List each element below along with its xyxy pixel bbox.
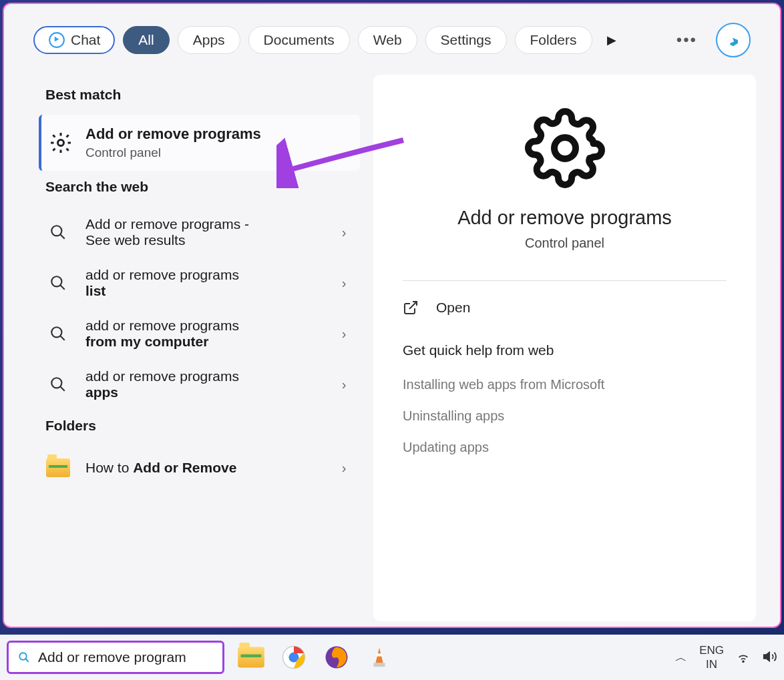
svg-point-4 [51, 276, 61, 286]
file-explorer-icon[interactable] [238, 644, 264, 671]
more-filters-arrow-icon[interactable]: ▶ [607, 33, 616, 47]
filter-folders[interactable]: Folders [515, 26, 592, 54]
svg-point-8 [51, 378, 61, 388]
detail-panel: Add or remove programs Control panel Ope… [373, 75, 756, 621]
divider [403, 280, 727, 281]
web-result[interactable]: add or remove programs apps › [39, 359, 360, 410]
best-match-subtitle: Control panel [85, 145, 261, 160]
search-icon [45, 220, 71, 245]
detail-title: Add or remove programs [457, 207, 672, 229]
chevron-right-icon: › [335, 225, 353, 240]
web-result[interactable]: Add or remove programs - See web results… [39, 207, 360, 258]
bing-button[interactable] [716, 23, 751, 57]
svg-line-3 [60, 234, 65, 239]
search-icon [18, 650, 30, 665]
svg-point-12 [19, 653, 27, 660]
filter-chat[interactable]: Chat [33, 26, 115, 54]
filter-bar: Chat All Apps Documents Web Settings Fol… [4, 4, 780, 69]
open-external-icon [403, 300, 419, 316]
web-result[interactable]: add or remove programs list › [39, 258, 360, 308]
volume-icon[interactable] [763, 649, 777, 666]
open-label: Open [436, 300, 470, 316]
wifi-icon[interactable] [736, 649, 751, 666]
search-icon [45, 270, 71, 296]
best-match-result[interactable]: Add or remove programs Control panel [39, 115, 360, 171]
firefox-icon[interactable] [323, 644, 350, 671]
gear-icon [48, 130, 73, 155]
svg-rect-17 [374, 663, 385, 667]
system-tray: ︿ ENG IN [675, 643, 777, 672]
filter-chat-label: Chat [71, 32, 100, 48]
bing-icon [724, 31, 743, 49]
tray-chevron-up-icon[interactable]: ︿ [675, 649, 687, 665]
svg-line-13 [25, 659, 29, 662]
bing-chat-icon [48, 31, 65, 49]
taskbar-search-box[interactable] [7, 641, 224, 674]
search-icon [45, 321, 71, 346]
chrome-icon[interactable] [280, 644, 307, 671]
detail-header: Add or remove programs Control panel [403, 108, 727, 251]
chevron-right-icon: › [335, 326, 353, 342]
detail-subtitle: Control panel [525, 236, 604, 251]
content-row: Best match Add or remove programs Contro… [4, 69, 780, 627]
filter-documents[interactable]: Documents [248, 26, 350, 54]
filter-apps[interactable]: Apps [178, 26, 240, 54]
help-link[interactable]: Uninstalling apps [403, 408, 727, 424]
taskbar-apps [238, 644, 393, 671]
best-match-title: Add or remove programs [85, 125, 261, 143]
svg-point-10 [554, 137, 576, 159]
section-folders: Folders [45, 418, 360, 434]
gear-icon [525, 108, 605, 191]
svg-line-9 [60, 386, 65, 391]
svg-point-19 [743, 661, 744, 662]
folder-icon [45, 455, 71, 480]
taskbar-search-input[interactable] [38, 649, 213, 665]
svg-rect-18 [377, 653, 383, 656]
best-match-text: Add or remove programs Control panel [85, 125, 261, 160]
start-search-panel: Chat All Apps Documents Web Settings Fol… [3, 3, 781, 628]
options-menu-icon[interactable]: ••• [676, 31, 697, 49]
svg-point-1 [58, 140, 64, 146]
open-action[interactable]: Open [403, 300, 727, 316]
web-result[interactable]: add or remove programs from my computer … [39, 308, 360, 359]
search-icon [45, 372, 71, 397]
language-indicator[interactable]: ENG IN [699, 643, 724, 672]
svg-line-5 [60, 285, 65, 290]
svg-line-11 [409, 302, 417, 309]
vlc-icon[interactable] [366, 644, 393, 671]
section-best-match: Best match [45, 87, 360, 103]
filter-all[interactable]: All [123, 26, 169, 54]
svg-point-2 [51, 226, 61, 236]
svg-marker-20 [764, 652, 769, 661]
section-search-web: Search the web [45, 179, 360, 195]
taskbar: ︿ ENG IN [0, 635, 784, 680]
chevron-right-icon: › [335, 460, 353, 476]
help-header: Get quick help from web [403, 342, 727, 358]
filter-web[interactable]: Web [358, 26, 417, 54]
svg-point-6 [51, 327, 61, 337]
svg-line-7 [60, 336, 65, 340]
chevron-right-icon: › [335, 276, 353, 291]
filter-settings[interactable]: Settings [425, 26, 507, 54]
help-link[interactable]: Installing web apps from Microsoft [403, 377, 727, 392]
results-column: Best match Add or remove programs Contro… [4, 69, 368, 627]
folder-result[interactable]: How to Add or Remove › [39, 446, 360, 490]
chevron-right-icon: › [335, 377, 353, 392]
help-link[interactable]: Updating apps [403, 440, 727, 455]
